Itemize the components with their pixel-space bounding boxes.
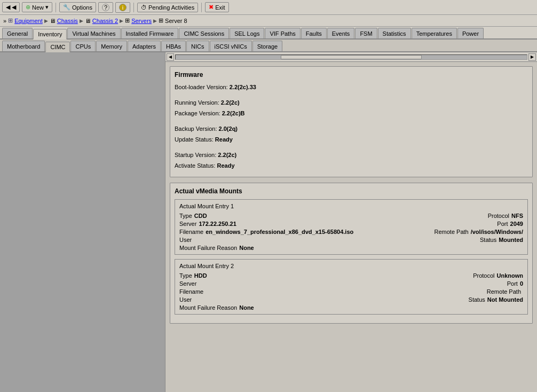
- mount2-failure-label: Mount Failure Reason: [179, 304, 237, 311]
- subtab-cpus[interactable]: CPUs: [70, 41, 96, 51]
- package-label: Package Version:: [175, 110, 220, 116]
- right-content-area: Firmware Boot-loader Version: 2.2(2c).33…: [165, 62, 537, 392]
- tab-fsm[interactable]: FSM: [355, 28, 377, 38]
- mount2-user-label: User: [179, 296, 192, 303]
- back-button[interactable]: ◀ ◀: [2, 2, 20, 12]
- new-icon: ⊕: [26, 4, 30, 11]
- mount2-server-label: Server: [179, 280, 196, 287]
- subtab-iscsi-vnics[interactable]: iSCSI vNICs: [210, 41, 252, 51]
- tab-sel-logs[interactable]: SEL Logs: [230, 28, 264, 38]
- exit-icon: ✖: [209, 4, 214, 11]
- tab-faults[interactable]: Faults: [301, 28, 327, 38]
- breadcrumb-nav-arrows[interactable]: »: [3, 18, 6, 24]
- new-dropdown-icon: ▾: [45, 4, 49, 11]
- back-icon2: ◀: [12, 4, 16, 11]
- subtab-motherboard[interactable]: Motherboard: [2, 41, 45, 51]
- help-icon: ?: [102, 4, 109, 11]
- update-status-label: Update Status:: [175, 136, 214, 143]
- subtab-nics[interactable]: NICs: [186, 41, 209, 51]
- mount2-title: Actual Mount Entry 2: [179, 263, 523, 269]
- chassis-icon: 🖥: [50, 18, 56, 24]
- subtab-adapters[interactable]: Adapters: [128, 41, 161, 51]
- vmedia-section: Actual vMedia Mounts Actual Mount Entry …: [170, 183, 533, 324]
- subtab-cimc[interactable]: CIMC: [45, 42, 70, 52]
- mount2-port-label: Port: [507, 280, 518, 287]
- tab-statistics[interactable]: Statistics: [378, 28, 411, 38]
- separator2: [133, 3, 134, 12]
- breadcrumb-servers[interactable]: Servers: [131, 18, 152, 24]
- startup-value: 2.2(2c): [218, 152, 236, 158]
- mount1-filename-value: en_windows_7_professional_x86_dvd_x15-65…: [206, 229, 353, 235]
- update-status-row: Update Status: Ready: [175, 135, 528, 144]
- subtab-memory[interactable]: Memory: [96, 41, 127, 51]
- backup-label: Backup Version:: [175, 126, 217, 132]
- backup-row: Backup Version: 2.0(2q): [175, 124, 528, 134]
- mount1-remotepath-label: Remote Path: [434, 229, 468, 235]
- mount1-port-label: Port: [497, 221, 508, 227]
- horizontal-scrollbar[interactable]: ◀ ▶: [165, 52, 537, 62]
- mount1-failure-value: None: [239, 245, 254, 251]
- mount1-type-value: CDD: [194, 213, 207, 219]
- mount2-protocol-value: Unknown: [497, 272, 524, 279]
- tab-virtual-machines[interactable]: Virtual Machines: [67, 28, 120, 38]
- bootloader-value: 2.2(2c).33: [230, 84, 256, 90]
- mount2-filename-label: Filename: [179, 288, 203, 295]
- tab-temperatures[interactable]: Temperatures: [412, 28, 457, 38]
- fw-divider3: [175, 146, 528, 151]
- mount2-type-label: Type: [179, 272, 192, 279]
- separator3: [201, 3, 202, 12]
- tab-events[interactable]: Events: [327, 28, 355, 38]
- tab-power[interactable]: Power: [457, 28, 484, 38]
- options-button[interactable]: 🔧 Options: [59, 2, 96, 12]
- scroll-thumb[interactable]: [281, 55, 421, 59]
- tab-inventory[interactable]: Inventory: [33, 29, 67, 40]
- mount1-server-value: 172.22.250.21: [199, 221, 236, 227]
- running-value: 2.2(2c): [221, 99, 240, 106]
- exit-button[interactable]: ✖ Exit: [205, 2, 228, 12]
- mount1-status-label: Status: [480, 237, 496, 243]
- mount-entry-1: Actual Mount Entry 1 Type CDD Protocol N…: [175, 199, 528, 255]
- running-row: Running Version: 2.2(2c): [175, 98, 528, 107]
- tab-vif-paths[interactable]: VIF Paths: [265, 28, 300, 38]
- mount1-failure-label: Mount Failure Reason: [179, 245, 237, 251]
- breadcrumb-chassis[interactable]: Chassis: [57, 18, 78, 24]
- package-value: 2.2(2c)B: [222, 110, 245, 116]
- pending-button[interactable]: ⏱ Pending Activities: [137, 3, 198, 12]
- tab-installed-firmware[interactable]: Installed Firmware: [121, 28, 179, 38]
- startup-label: Startup Version:: [175, 152, 216, 158]
- mount1-filename-label: Filename: [179, 229, 203, 235]
- subtab-hbas[interactable]: HBAs: [161, 41, 186, 51]
- scroll-right-button[interactable]: ▶: [528, 53, 536, 61]
- mount1-title: Actual Mount Entry 1: [179, 203, 523, 209]
- firmware-section: Firmware Boot-loader Version: 2.2(2c).33…: [170, 66, 533, 177]
- mount2-type-value: HDD: [194, 272, 207, 279]
- scroll-track[interactable]: [175, 54, 527, 60]
- mount2-status-value: Not Mounted: [487, 296, 523, 303]
- mount2-protocol-label: Protocol: [473, 272, 494, 279]
- subtab-storage[interactable]: Storage: [252, 41, 283, 51]
- tab-cimc-sessions[interactable]: CIMC Sessions: [179, 28, 229, 38]
- back-icon: ◀: [6, 4, 10, 11]
- info-button[interactable]: i: [115, 2, 130, 13]
- breadcrumb-chassis2[interactable]: Chassis 2: [92, 18, 118, 24]
- mount1-status-value: Mounted: [499, 237, 523, 243]
- mount2-failure-value: None: [239, 304, 254, 311]
- new-button[interactable]: ⊕ New ▾: [22, 2, 52, 12]
- mount1-user-label: User: [179, 237, 192, 243]
- chassis2-icon: 🖥: [85, 18, 91, 24]
- scroll-left-button[interactable]: ◀: [167, 53, 174, 61]
- main-content: ◀ ▶ Firmware Boot-loader Version: 2.2(2c…: [0, 52, 537, 392]
- breadcrumb-sep4: ▶: [153, 18, 157, 23]
- breadcrumb-server8: Server 8: [165, 18, 187, 24]
- servers-icon: ⊞: [125, 17, 130, 24]
- equipment-icon: ⊞: [8, 17, 13, 24]
- bootloader-label: Boot-loader Version:: [175, 84, 228, 90]
- help-button[interactable]: ?: [98, 2, 113, 13]
- pending-icon: ⏱: [141, 4, 147, 11]
- mount1-server-label: Server: [179, 221, 196, 227]
- sub-tab-bar: Motherboard CIMC CPUs Memory Adapters HB…: [0, 40, 537, 52]
- server8-icon: ⊞: [159, 17, 163, 24]
- mount2-port-value: 0: [520, 280, 523, 287]
- tab-general[interactable]: General: [2, 28, 33, 38]
- breadcrumb-equipment[interactable]: Equipment: [14, 18, 43, 24]
